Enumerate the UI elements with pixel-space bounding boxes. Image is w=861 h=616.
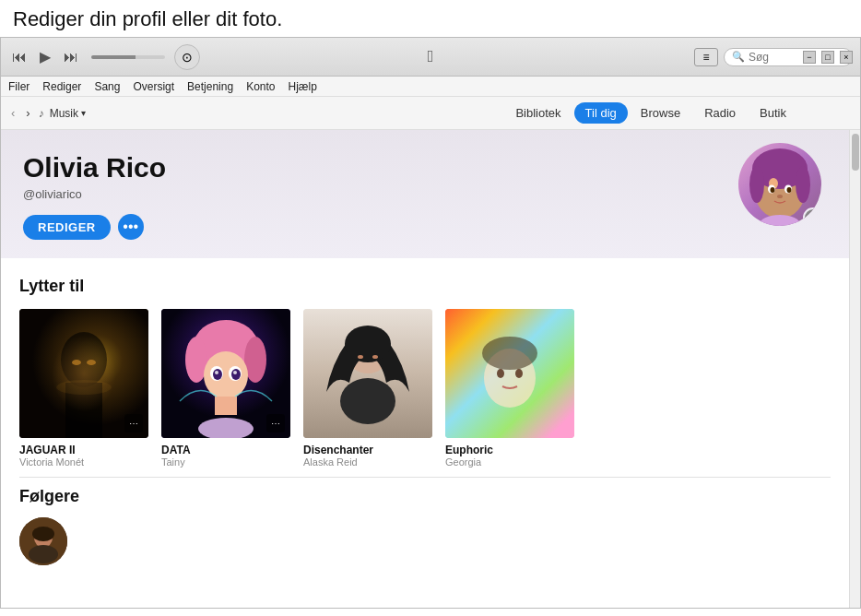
album-menu-button[interactable]: ⋯ xyxy=(266,414,285,432)
search-icon: 🔍 xyxy=(732,51,745,63)
music-note-icon: ♪ xyxy=(39,107,44,120)
listening-section: Lytter til xyxy=(1,258,849,477)
album-item: ⋯ DATA Tainy xyxy=(161,309,290,468)
album-item: Disenchanter Alaska Reid xyxy=(303,309,432,468)
album-artist: Alaska Reid xyxy=(303,456,432,468)
album-item: Euphoric Georgia xyxy=(445,309,574,468)
album-artist: Victoria Monét xyxy=(19,456,148,468)
disenchanter-cover-art xyxy=(303,309,432,438)
album-artist: Georgia xyxy=(445,456,574,468)
album-title: Disenchanter xyxy=(303,444,432,456)
svg-point-24 xyxy=(213,369,222,380)
svg-point-7 xyxy=(771,187,775,193)
svg-rect-28 xyxy=(215,397,237,415)
album-cover-euphoric[interactable] xyxy=(445,309,574,438)
svg-point-9 xyxy=(777,195,783,198)
svg-point-34 xyxy=(358,355,363,359)
edit-profile-button[interactable]: REDIGER xyxy=(23,215,111,240)
svg-point-25 xyxy=(231,369,241,380)
dropdown-arrow-icon: ▾ xyxy=(81,108,86,118)
airplay-icon: ⊙ xyxy=(182,50,193,65)
svg-point-27 xyxy=(233,371,237,374)
main-content: Olivia Rico @oliviarico REDIGER ••• xyxy=(1,130,860,608)
menubar-item-filer[interactable]: Filer xyxy=(8,80,29,93)
euphoric-cover-art xyxy=(445,309,574,438)
list-icon: ≡ xyxy=(702,51,709,64)
nav-back-button[interactable]: ‹ xyxy=(8,104,18,122)
tab-til-dig[interactable]: Til dig xyxy=(574,102,628,124)
svg-point-35 xyxy=(372,355,378,359)
svg-point-39 xyxy=(515,369,523,378)
svg-point-2 xyxy=(749,166,764,203)
svg-point-38 xyxy=(497,369,504,378)
album-title: DATA xyxy=(161,444,290,456)
menubar-item-oversigt[interactable]: Oversigt xyxy=(133,80,174,93)
menubar: FilerRedigerSangOversigtBetjeningKontoHj… xyxy=(1,77,860,97)
more-options-button[interactable]: ••• xyxy=(118,214,144,240)
svg-point-8 xyxy=(787,187,792,193)
svg-point-3 xyxy=(796,166,810,203)
menubar-item-hjælp[interactable]: Hjælp xyxy=(289,80,317,93)
scrollbar[interactable] xyxy=(849,130,860,608)
album-menu-button[interactable]: ⋯ xyxy=(124,414,143,432)
svg-point-43 xyxy=(32,527,54,541)
menubar-item-sang[interactable]: Sang xyxy=(94,80,120,93)
svg-point-16 xyxy=(56,380,112,395)
nav-forward-button[interactable]: › xyxy=(23,104,32,122)
followers-title: Følgere xyxy=(19,487,831,506)
album-cover-data[interactable]: ⋯ xyxy=(161,309,290,438)
album-title: JAGUAR II xyxy=(19,444,148,456)
svg-point-26 xyxy=(215,371,218,374)
album-cover-disenchanter[interactable] xyxy=(303,309,432,438)
menu-icon: ⋯ xyxy=(271,419,280,429)
tab-bibliotek[interactable]: Bibliotek xyxy=(504,102,572,124)
nav-tabs: Bibliotek Til dig Browse Radio Butik xyxy=(504,102,797,124)
listening-title: Lytter til xyxy=(19,277,831,296)
maximize-button[interactable]: □ xyxy=(821,51,834,64)
tooltip-text: Rediger din profil eller dit foto. xyxy=(0,0,861,37)
follower-avatar-svg xyxy=(19,517,67,565)
minimize-button[interactable]: − xyxy=(803,51,816,64)
list-view-button[interactable]: ≡ xyxy=(694,48,718,66)
airplay-button[interactable]: ⊙ xyxy=(174,44,200,70)
privacy-lock-badge: 🔒 xyxy=(803,207,821,226)
albums-row: ⋯ JAGUAR II Victoria Monét xyxy=(19,309,831,468)
close-button[interactable]: × xyxy=(840,51,853,64)
titlebar: ⏮ ▶ ⏭ ⊙  ≡ 🔍 − □ × xyxy=(1,38,860,77)
svg-point-14 xyxy=(72,360,81,365)
svg-point-15 xyxy=(87,360,96,365)
profile-handle: @oliviarico xyxy=(23,187,827,201)
follower-avatar xyxy=(19,517,67,565)
profile-avatar: 🔒 xyxy=(738,143,821,226)
tab-browse[interactable]: Browse xyxy=(630,102,691,124)
window-controls: − □ × xyxy=(803,51,853,64)
profile-actions: REDIGER ••• xyxy=(23,214,827,240)
more-icon: ••• xyxy=(123,219,138,235)
play-button[interactable]: ▶ xyxy=(36,48,54,65)
profile-header: Olivia Rico @oliviarico REDIGER ••• xyxy=(1,130,849,258)
svg-point-32 xyxy=(345,326,391,362)
menubar-item-konto[interactable]: Konto xyxy=(246,80,275,93)
svg-point-40 xyxy=(482,337,537,370)
tab-radio[interactable]: Radio xyxy=(693,102,747,124)
menubar-item-betjening[interactable]: Betjening xyxy=(187,80,233,93)
svg-rect-13 xyxy=(65,383,102,438)
profile-name: Olivia Rico xyxy=(23,152,827,184)
followers-section: Følgere xyxy=(1,478,849,584)
scrollbar-thumb[interactable] xyxy=(852,134,859,171)
menubar-item-rediger[interactable]: Rediger xyxy=(42,80,81,93)
album-cover-jaguar[interactable]: ⋯ xyxy=(19,309,148,438)
album-title: Euphoric xyxy=(445,444,574,456)
volume-slider[interactable] xyxy=(91,55,165,59)
navbar: ‹ › ♪ Musik ▾ Bibliotek Til dig Browse R… xyxy=(1,97,860,130)
library-label: Musik ▾ xyxy=(50,107,86,120)
apple-logo:  xyxy=(428,47,434,66)
content-area: Olivia Rico @oliviarico REDIGER ••• xyxy=(1,130,849,608)
svg-point-12 xyxy=(61,332,107,387)
itunes-window: ⏮ ▶ ⏭ ⊙  ≡ 🔍 − □ × FilerRedigerSangOver… xyxy=(0,37,861,609)
album-item: ⋯ JAGUAR II Victoria Monét xyxy=(19,309,148,468)
forward-button[interactable]: ⏭ xyxy=(60,49,82,65)
svg-point-44 xyxy=(29,545,58,563)
rewind-button[interactable]: ⏮ xyxy=(8,49,30,65)
tab-butik[interactable]: Butik xyxy=(749,102,797,124)
